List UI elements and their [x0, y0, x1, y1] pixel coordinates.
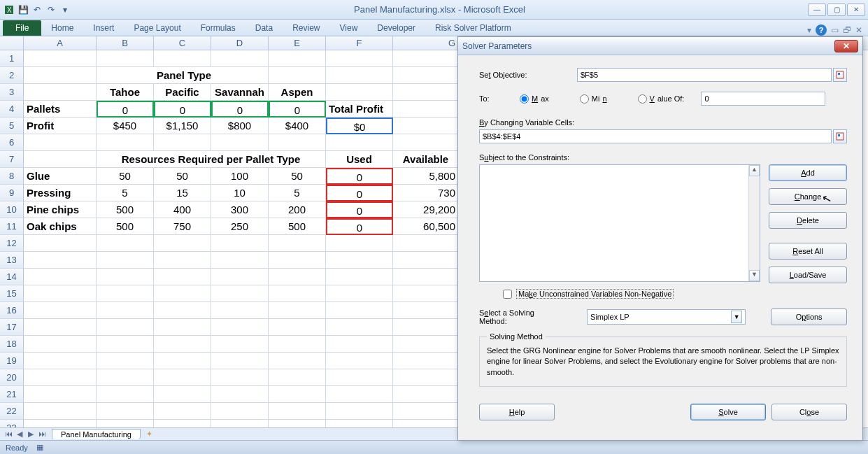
tab-formulas[interactable]: Formulas — [191, 20, 246, 36]
cell[interactable]: Profit — [24, 118, 97, 134]
cell[interactable]: 750 — [154, 218, 211, 235]
ribbon-minimize-icon[interactable]: ▭ — [831, 25, 839, 35]
col-header[interactable]: G — [393, 36, 460, 50]
ribbon-close-icon[interactable]: ✕ — [855, 25, 862, 35]
row-header[interactable]: 7 — [0, 151, 24, 168]
cell[interactable]: 50 — [97, 168, 154, 185]
cell[interactable]: 5,800 — [393, 168, 460, 185]
cell[interactable]: 500 — [97, 201, 154, 218]
cell[interactable]: Used — [326, 151, 393, 168]
cell-decision-var[interactable]: 0 — [211, 101, 269, 118]
cell[interactable]: Glue — [24, 168, 97, 185]
row-header[interactable]: 13 — [0, 252, 24, 269]
cell[interactable]: 300 — [211, 201, 269, 218]
new-sheet-icon[interactable]: ✦ — [146, 430, 152, 439]
add-button[interactable]: Add — [769, 164, 847, 181]
cell[interactable]: Pine chips — [24, 201, 97, 218]
row-header[interactable]: 3 — [0, 84, 24, 101]
cell[interactable]: Pressing — [24, 185, 97, 201]
sheet-nav-last-icon[interactable]: ⏭ — [36, 430, 48, 439]
row-header[interactable]: 22 — [0, 403, 24, 420]
cell-constraint[interactable]: 0 — [326, 218, 393, 235]
range-picker-button[interactable] — [833, 68, 847, 82]
cell[interactable]: 730 — [393, 185, 460, 201]
panel-type-heading-l[interactable] — [97, 67, 154, 84]
row-header[interactable]: 17 — [0, 319, 24, 336]
tab-risk-solver[interactable]: Risk Solver Platform — [425, 20, 521, 36]
cell[interactable]: 60,500 — [393, 218, 460, 235]
cell[interactable]: 200 — [269, 201, 326, 218]
ribbon-dropdown-icon[interactable]: ▾ — [807, 25, 811, 35]
cell-decision-var[interactable]: 0 — [154, 101, 211, 118]
tab-insert[interactable]: Insert — [83, 20, 124, 36]
row-header[interactable]: 21 — [0, 386, 24, 403]
row-header[interactable]: 19 — [0, 353, 24, 369]
cell[interactable]: 250 — [211, 218, 269, 235]
cell-constraint[interactable]: 0 — [326, 168, 393, 185]
cell[interactable]: Pallets — [24, 101, 97, 118]
redo-icon[interactable]: ↷ — [45, 3, 57, 16]
row-header[interactable]: 8 — [0, 168, 24, 185]
load-save-button[interactable]: Load/Save — [769, 267, 847, 283]
panel-type-heading[interactable]: Panel Type — [154, 67, 211, 84]
row-header[interactable]: 5 — [0, 118, 24, 134]
row-header[interactable]: 11 — [0, 218, 24, 235]
dialog-close-button[interactable]: ✕ — [834, 40, 858, 52]
cell[interactable]: 500 — [97, 218, 154, 235]
col-header[interactable]: B — [97, 36, 154, 50]
row-header[interactable]: 14 — [0, 269, 24, 285]
tab-home[interactable]: Home — [41, 20, 83, 36]
col-header[interactable]: E — [269, 36, 326, 50]
col-header[interactable]: F — [326, 36, 393, 50]
row-header[interactable]: 16 — [0, 302, 24, 319]
cell[interactable]: Total Profit — [326, 101, 393, 118]
delete-button[interactable]: Delete — [769, 212, 847, 229]
cell[interactable]: 50 — [269, 168, 326, 185]
scroll-up-icon[interactable]: ▲ — [749, 165, 760, 176]
radio-value-of[interactable]: Value Of: — [638, 94, 685, 104]
cell[interactable]: Savannah — [211, 84, 269, 101]
nonneg-checkbox[interactable] — [503, 290, 512, 299]
tab-view[interactable]: View — [330, 20, 368, 36]
macro-record-icon[interactable]: ▦ — [36, 443, 43, 452]
cell[interactable]: $1,150 — [154, 118, 211, 134]
col-header[interactable]: A — [24, 36, 97, 50]
save-icon[interactable]: 💾 — [17, 3, 29, 16]
constraints-listbox[interactable]: ▲ ▼ — [479, 164, 760, 282]
cell-constraint[interactable]: 0 — [326, 201, 393, 218]
cell[interactable]: $400 — [269, 118, 326, 134]
select-all-corner[interactable] — [0, 36, 24, 50]
sheet-nav-next-icon[interactable]: ▶ — [25, 430, 36, 439]
radio-min[interactable]: Min — [580, 94, 607, 104]
file-tab[interactable]: File — [3, 20, 41, 36]
minimize-button[interactable]: — — [808, 3, 826, 16]
row-header[interactable]: 20 — [0, 369, 24, 386]
cell[interactable]: Oak chips — [24, 218, 97, 235]
sheet-tab[interactable]: Panel Manufacturing — [52, 429, 141, 439]
row-header[interactable]: 15 — [0, 285, 24, 302]
row-header[interactable]: 12 — [0, 235, 24, 252]
cell[interactable]: $800 — [211, 118, 269, 134]
ribbon-restore-icon[interactable]: 🗗 — [843, 25, 851, 35]
cell-decision-var[interactable]: 0 — [269, 101, 326, 118]
by-changing-input[interactable] — [479, 129, 832, 143]
help-button[interactable]: Help — [479, 404, 555, 420]
range-picker-button[interactable] — [833, 129, 847, 143]
chevron-down-icon[interactable]: ▼ — [731, 311, 742, 323]
cell-objective[interactable]: $0 — [326, 118, 393, 134]
cell[interactable]: Aspen — [269, 84, 326, 101]
maximize-button[interactable]: ▢ — [827, 3, 846, 16]
row-header[interactable]: 4 — [0, 101, 24, 118]
reset-all-button[interactable]: Reset All — [769, 243, 847, 260]
cell[interactable]: 10 — [211, 185, 269, 201]
row-header[interactable]: 2 — [0, 67, 24, 84]
cell[interactable]: 500 — [269, 218, 326, 235]
value-of-input[interactable] — [701, 92, 825, 106]
cell-constraint[interactable]: 0 — [326, 185, 393, 201]
options-button[interactable]: Options — [771, 308, 847, 325]
solve-button[interactable]: Solve — [690, 404, 766, 420]
cell[interactable]: Tahoe — [97, 84, 154, 101]
scroll-down-icon[interactable]: ▼ — [749, 270, 760, 281]
cell[interactable]: 100 — [211, 168, 269, 185]
row-header[interactable]: 18 — [0, 336, 24, 353]
